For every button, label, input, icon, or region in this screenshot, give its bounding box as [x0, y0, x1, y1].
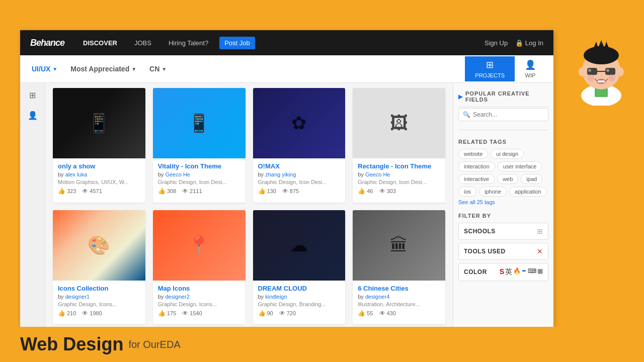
project-card[interactable]: 📍 Map Icons by designer2 Graphic Design,…	[153, 210, 246, 325]
project-author: by designer4	[358, 294, 440, 300]
project-author: by kindleign	[258, 294, 341, 300]
likes-stat: 👍 210	[58, 310, 76, 317]
filter-region[interactable]: CN ▼	[145, 63, 171, 75]
tag-item[interactable]: ui design	[491, 149, 524, 159]
views-count: 1980	[90, 310, 102, 316]
views-stat: 👁 4571	[82, 188, 102, 195]
views-stat: 👁 1540	[182, 310, 202, 317]
thumb-icon: 🎨	[88, 235, 110, 256]
signup-link[interactable]: Sign Up	[485, 39, 508, 47]
likes-count: 46	[367, 188, 373, 194]
views-count: 875	[290, 188, 299, 194]
project-title: DREAM CLOUD	[258, 285, 341, 292]
tab-projects[interactable]: ⊞ PROJECTS	[465, 56, 515, 81]
tag-item[interactable]: ipad	[521, 174, 542, 184]
login-link[interactable]: 🔒 Log In	[515, 39, 543, 47]
tag-item[interactable]: web	[497, 174, 518, 184]
tag-item[interactable]: interactive	[458, 174, 495, 184]
project-author: by Geeco He	[358, 171, 440, 177]
lock-icon: 🔒	[515, 39, 523, 47]
project-thumbnail: 🎨	[53, 210, 145, 281]
nav-hiring[interactable]: Hiring Talent?	[163, 37, 214, 49]
thumb-icon: 📱	[188, 113, 210, 134]
project-card[interactable]: 🎨 Icons Collection by designer1 Graphic …	[53, 210, 145, 325]
grid-view-icon[interactable]: ⊞	[26, 88, 40, 102]
author-link[interactable]: alex luka	[65, 171, 87, 177]
thumbsup-icon: 👍	[358, 310, 365, 317]
nav-jobs[interactable]: JOBS	[128, 37, 157, 49]
filter-uiux[interactable]: UI/UX ▼	[28, 63, 61, 75]
project-stats: 👍 90 👁 720	[258, 310, 341, 317]
nav-discover[interactable]: DISCOVER	[77, 37, 123, 49]
filter-appreciated[interactable]: Most Appreciated ▼	[66, 63, 140, 75]
project-card[interactable]: 🏛 6 Chinese Cities by designer4 Illustra…	[353, 210, 445, 325]
tag-item[interactable]: website	[458, 149, 488, 159]
list-view-icon[interactable]: 👤	[26, 108, 40, 122]
author-link[interactable]: designer2	[165, 294, 189, 300]
tag-item[interactable]: iphone	[479, 187, 507, 197]
search-input[interactable]	[473, 111, 548, 118]
filter-color[interactable]: COLOR S 英 🔥 ✒ ⌨ ▦	[458, 263, 548, 281]
author-link[interactable]: kindleign	[265, 294, 287, 300]
svg-point-17	[608, 74, 615, 81]
right-sidebar: ▶ POPULAR CREATIVE FIELDS 🔍 RELATED TAGS…	[453, 83, 553, 329]
project-stats: 👍 210 👁 1980	[58, 310, 140, 317]
project-card[interactable]: 🖼 Rectangle - Icon Theme by Geeco He Gra…	[353, 88, 445, 203]
project-tags: Graphic Design, Icon Desi...	[358, 179, 440, 185]
tags-container: websiteui designinteractionuser interfac…	[458, 149, 548, 197]
chevron-down-icon: ▼	[52, 66, 57, 72]
likes-stat: 👍 90	[258, 310, 273, 317]
project-card[interactable]: 📱 only a show by alex luka Motion Graphi…	[53, 88, 145, 203]
author-link[interactable]: Geeco He	[365, 171, 390, 177]
author-link[interactable]: designer1	[65, 294, 90, 300]
tab-wip[interactable]: 👤 WIP	[515, 56, 546, 81]
bottom-banner: Web Design for OurEDA	[0, 327, 644, 362]
author-link[interactable]: Geeco He	[165, 171, 190, 177]
project-author: by zhang yiking	[258, 171, 341, 177]
tag-item[interactable]: interaction	[458, 161, 495, 171]
project-thumbnail: ☁	[253, 210, 346, 281]
svg-point-12	[588, 69, 591, 72]
views-count: 1540	[190, 310, 202, 316]
tag-item[interactable]: ios	[458, 187, 476, 197]
thumb-icon: 📍	[188, 235, 210, 256]
thumbsup-icon: 👍	[58, 188, 65, 195]
search-box[interactable]: 🔍	[458, 108, 548, 121]
project-tags: Graphic Design, Icon Desi...	[158, 179, 240, 185]
likes-count: 90	[267, 310, 273, 316]
nav-post-job[interactable]: Post Job	[219, 37, 255, 49]
search-icon: 🔍	[463, 111, 470, 118]
project-tags: Motion Graphics, UI/UX, W...	[58, 179, 140, 185]
project-thumbnail: 📱	[53, 88, 145, 158]
project-thumbnail: 📱	[153, 88, 246, 158]
filter-schools[interactable]: SCHOOLS ⊞	[458, 223, 548, 240]
likes-count: 308	[167, 188, 176, 194]
thumbsup-icon: 👍	[58, 310, 65, 317]
project-stats: 👍 130 👁 875	[258, 188, 341, 195]
brand-logo[interactable]: Behance	[30, 38, 64, 48]
project-card[interactable]: ☁ DREAM CLOUD by kindleign Graphic Desig…	[253, 210, 346, 325]
project-title: 6 Chinese Cities	[358, 285, 440, 292]
eye-icon: 👁	[379, 188, 385, 195]
tag-item[interactable]: application	[509, 187, 547, 197]
filter-tools[interactable]: TOOLS USED ✕	[458, 243, 548, 260]
eye-icon: 👁	[282, 188, 288, 195]
see-all-tags[interactable]: See all 25 tags	[458, 199, 548, 205]
views-count: 303	[387, 188, 396, 194]
banner-title: Web Design	[20, 334, 123, 355]
likes-count: 175	[167, 310, 176, 316]
project-title: only a show	[58, 162, 140, 170]
project-info: only a show by alex luka Motion Graphics…	[53, 158, 145, 199]
filter-schools-icon: ⊞	[537, 227, 543, 235]
project-card[interactable]: ✿ O!MAX by zhang yiking Graphic Design, …	[253, 88, 346, 203]
svg-point-7	[579, 67, 586, 76]
tag-item[interactable]: user interface	[498, 161, 542, 171]
author-link[interactable]: designer4	[365, 294, 389, 300]
likes-count: 210	[67, 310, 76, 316]
project-card[interactable]: 📱 Vitality - Icon Theme by Geeco He Grap…	[153, 88, 246, 203]
views-stat: 👁 2111	[182, 188, 202, 195]
project-author: by alex luka	[58, 171, 140, 177]
color-swatches: S 英 🔥 ✒ ⌨ ▦	[500, 267, 543, 277]
views-count: 2111	[190, 188, 202, 194]
author-link[interactable]: zhang yiking	[265, 171, 296, 177]
